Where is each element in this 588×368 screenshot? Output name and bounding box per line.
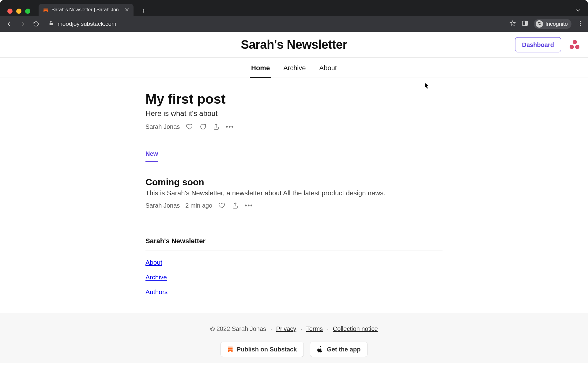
url-text: moodjoy.substack.com — [58, 21, 116, 27]
footer-link-label: Archive — [145, 274, 167, 281]
svg-rect-2 — [50, 23, 53, 25]
window-controls — [7, 9, 30, 14]
footer-link-label: About — [145, 259, 162, 266]
tab-archive-label: Archive — [283, 64, 306, 72]
featured-post[interactable]: My first post Here is what it's about Sa… — [145, 91, 443, 131]
post-meta: Sarah Jonas 2 min ago ••• — [145, 201, 443, 209]
window-minimize-icon[interactable] — [16, 9, 21, 14]
footer-block: Sarah's Newsletter About Archive Authors — [145, 237, 443, 296]
tab-home[interactable]: Home — [250, 59, 271, 78]
svg-point-7 — [580, 21, 581, 22]
tabs-overflow-icon[interactable] — [575, 7, 581, 15]
filter-new-label: New — [145, 150, 158, 157]
get-app-button[interactable]: Get the app — [310, 342, 368, 357]
back-button[interactable] — [4, 19, 14, 29]
apple-icon — [317, 346, 323, 353]
collection-label: Collection notice — [333, 325, 378, 332]
svg-rect-0 — [43, 8, 48, 8]
svg-rect-4 — [525, 21, 527, 26]
panel-icon[interactable] — [522, 20, 528, 28]
address-bar: moodjoy.substack.com Incognito — [0, 16, 588, 32]
legal-bar: © 2022 Sarah Jonas · Privacy · Terms · C… — [0, 313, 588, 363]
post-desc: This is Sarah's Newsletter, a newsletter… — [145, 189, 443, 197]
incognito-badge[interactable]: Incognito — [534, 19, 571, 29]
list-item[interactable]: Coming soon This is Sarah's Newsletter, … — [145, 177, 443, 209]
svg-rect-1 — [43, 9, 48, 10]
publish-substack-button[interactable]: Publish on Substack — [221, 342, 304, 357]
privacy-label: Privacy — [276, 325, 296, 332]
svg-point-5 — [538, 24, 539, 25]
footer-link-authors[interactable]: Authors — [145, 288, 443, 296]
incognito-icon — [536, 20, 543, 28]
tab-title: Sarah's Newsletter | Sarah Jon — [51, 7, 122, 13]
tab-about-label: About — [319, 64, 337, 72]
like-icon[interactable] — [218, 201, 226, 209]
footer-title: Sarah's Newsletter — [145, 237, 443, 251]
dashboard-button[interactable]: Dashboard — [515, 37, 561, 52]
featured-subtitle: Here is what it's about — [145, 109, 443, 118]
site-title[interactable]: Sarah's Newsletter — [241, 38, 347, 52]
featured-title: My first post — [145, 91, 443, 107]
incognito-label: Incognito — [545, 21, 568, 27]
footer-link-label: Authors — [145, 288, 168, 295]
bookmark-icon[interactable] — [509, 20, 516, 28]
post-time: 2 min ago — [185, 202, 212, 209]
svg-point-9 — [580, 25, 581, 26]
window-close-icon[interactable] — [7, 9, 13, 14]
cta-row: Publish on Substack Get the app — [0, 342, 588, 357]
featured-meta: Sarah Jonas ••• — [145, 123, 443, 131]
footer-link-about[interactable]: About — [145, 259, 443, 266]
substack-favicon-icon — [43, 7, 48, 13]
window-zoom-icon[interactable] — [25, 9, 30, 14]
publish-label: Publish on Substack — [237, 346, 297, 353]
collection-link[interactable]: Collection notice — [333, 325, 378, 332]
comment-icon[interactable] — [199, 123, 207, 131]
forward-button — [18, 19, 28, 29]
share-icon[interactable] — [212, 123, 220, 131]
post-author[interactable]: Sarah Jonas — [145, 202, 180, 209]
terms-label: Terms — [306, 325, 323, 332]
tab-close-icon[interactable]: ✕ — [125, 6, 129, 13]
filter-tabs: New — [145, 148, 443, 162]
new-tab-button[interactable]: ＋ — [139, 6, 148, 15]
svg-rect-11 — [228, 348, 232, 349]
more-icon[interactable]: ••• — [226, 123, 234, 130]
browser-chrome: Sarah's Newsletter | Sarah Jon ✕ ＋ moodj… — [0, 0, 588, 32]
featured-author[interactable]: Sarah Jonas — [145, 123, 180, 130]
reload-button[interactable] — [31, 19, 41, 29]
page: Sarah's Newsletter Dashboard Home Archiv… — [0, 32, 588, 368]
svg-point-6 — [540, 24, 541, 25]
copyright: © 2022 Sarah Jonas — [210, 325, 266, 332]
url-field[interactable]: moodjoy.substack.com — [45, 21, 506, 28]
app-label: Get the app — [327, 346, 360, 353]
tab-about[interactable]: About — [318, 59, 338, 78]
post-title: Coming soon — [145, 177, 443, 187]
avatar[interactable] — [568, 39, 579, 50]
avatar-dot-icon — [575, 45, 579, 49]
lock-icon — [48, 21, 54, 28]
site-topbar: Sarah's Newsletter Dashboard — [0, 32, 588, 58]
footer-link-archive[interactable]: Archive — [145, 274, 443, 281]
privacy-link[interactable]: Privacy — [276, 325, 296, 332]
avatar-dot-icon — [573, 40, 577, 44]
like-icon[interactable] — [185, 123, 193, 131]
filter-new[interactable]: New — [145, 148, 158, 162]
tab-archive[interactable]: Archive — [282, 59, 307, 78]
footer-links: About Archive Authors — [145, 251, 443, 296]
browser-tab[interactable]: Sarah's Newsletter | Sarah Jon ✕ — [39, 4, 134, 16]
substack-icon — [228, 346, 233, 352]
share-icon[interactable] — [231, 201, 239, 209]
avatar-dot-icon — [570, 45, 574, 49]
browser-menu-icon[interactable] — [577, 20, 584, 28]
more-icon[interactable]: ••• — [245, 202, 253, 209]
tab-home-label: Home — [251, 64, 270, 72]
legal-inner: © 2022 Sarah Jonas · Privacy · Terms · C… — [0, 325, 588, 332]
nav-tabs: Home Archive About — [0, 58, 588, 78]
terms-link[interactable]: Terms — [306, 325, 323, 332]
dashboard-label: Dashboard — [522, 41, 554, 48]
content: My first post Here is what it's about Sa… — [145, 78, 443, 296]
svg-point-8 — [580, 23, 581, 24]
svg-rect-10 — [228, 347, 232, 348]
